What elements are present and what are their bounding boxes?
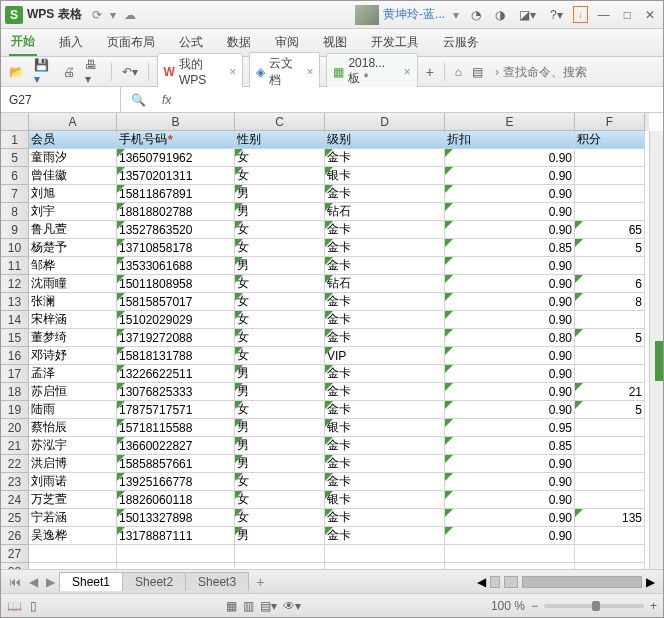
cell-E17[interactable]: 0.90: [445, 365, 575, 383]
menu-云服务[interactable]: 云服务: [441, 30, 481, 55]
cell-C19[interactable]: 女: [235, 401, 325, 419]
col-header-A[interactable]: A: [29, 113, 117, 131]
zoom-out-button[interactable]: −: [531, 599, 538, 613]
cell-A17[interactable]: 孟泽: [29, 365, 117, 383]
cell-A26[interactable]: 吴逸桦: [29, 527, 117, 545]
new-tab-button[interactable]: +: [424, 64, 436, 80]
cell-A7[interactable]: 刘旭: [29, 185, 117, 203]
menu-开发工具[interactable]: 开发工具: [369, 30, 421, 55]
cell-C14[interactable]: 女: [235, 311, 325, 329]
cell-C28[interactable]: [235, 563, 325, 569]
row-header-22[interactable]: 22: [1, 455, 29, 473]
cell-F20[interactable]: [575, 419, 645, 437]
col-header-F[interactable]: F: [575, 113, 645, 131]
undo-icon[interactable]: ↶▾: [120, 65, 140, 79]
cell-E27[interactable]: [445, 545, 575, 563]
view-normal-icon[interactable]: ▦: [226, 599, 237, 613]
cell-C16[interactable]: 女: [235, 347, 325, 365]
cell-A6[interactable]: 曾佳徽: [29, 167, 117, 185]
cell-A12[interactable]: 沈雨瞳: [29, 275, 117, 293]
view-page-icon[interactable]: ▥: [243, 599, 254, 613]
cell-A28[interactable]: [29, 563, 117, 569]
cell-reference[interactable]: G27: [1, 87, 121, 112]
cell-B26[interactable]: 13178887111: [117, 527, 235, 545]
cell-D23[interactable]: 金卡: [325, 473, 445, 491]
menu-页面布局[interactable]: 页面布局: [105, 30, 157, 55]
cell-C11[interactable]: 男: [235, 257, 325, 275]
cell-D17[interactable]: 金卡: [325, 365, 445, 383]
cell-A20[interactable]: 蔡怡辰: [29, 419, 117, 437]
tablet-icon[interactable]: ▯: [30, 599, 37, 613]
cell-D8[interactable]: 钻石: [325, 203, 445, 221]
row-header-23[interactable]: 23: [1, 473, 29, 491]
sheet-tab-Sheet3[interactable]: Sheet3: [185, 572, 249, 591]
cell-D6[interactable]: 银卡: [325, 167, 445, 185]
cell-B14[interactable]: 15102029029: [117, 311, 235, 329]
row-header-5[interactable]: 5: [1, 149, 29, 167]
cell-D25[interactable]: 金卡: [325, 509, 445, 527]
cell-C17[interactable]: 男: [235, 365, 325, 383]
cell-F12[interactable]: 6: [575, 275, 645, 293]
print-icon[interactable]: 🖨: [61, 65, 77, 79]
cell-E6[interactable]: 0.90: [445, 167, 575, 185]
cell-F17[interactable]: [575, 365, 645, 383]
help-icon[interactable]: ?▾: [546, 6, 567, 24]
dropdown-icon[interactable]: ▾: [110, 8, 116, 22]
cell-B27[interactable]: [117, 545, 235, 563]
cell-A18[interactable]: 苏启恒: [29, 383, 117, 401]
cell-C24[interactable]: 女: [235, 491, 325, 509]
cell-E9[interactable]: 0.90: [445, 221, 575, 239]
col-header-D[interactable]: D: [325, 113, 445, 131]
cell-C27[interactable]: [235, 545, 325, 563]
cell-D19[interactable]: 金卡: [325, 401, 445, 419]
cell-D28[interactable]: [325, 563, 445, 569]
cell-E24[interactable]: 0.90: [445, 491, 575, 509]
app-icon-1[interactable]: ◔: [467, 6, 485, 24]
fx-search-icon[interactable]: 🔍: [121, 93, 156, 107]
sheet-nav-prev-icon[interactable]: ◀: [25, 575, 42, 589]
menu-插入[interactable]: 插入: [57, 30, 85, 55]
cell-C15[interactable]: 女: [235, 329, 325, 347]
cell-D14[interactable]: 金卡: [325, 311, 445, 329]
cell-B9[interactable]: 13527863520: [117, 221, 235, 239]
menu-数据[interactable]: 数据: [225, 30, 253, 55]
cell-F11[interactable]: [575, 257, 645, 275]
download-icon[interactable]: ↓: [573, 6, 588, 23]
cell-A11[interactable]: 邹桦: [29, 257, 117, 275]
cell-E11[interactable]: 0.90: [445, 257, 575, 275]
cell-B12[interactable]: 15011808958: [117, 275, 235, 293]
cell-C26[interactable]: 男: [235, 527, 325, 545]
tab-cloud[interactable]: ◈云文档×: [249, 52, 320, 92]
cell-C6[interactable]: 女: [235, 167, 325, 185]
sync-icon[interactable]: ⟳: [92, 8, 102, 22]
row-header-15[interactable]: 15: [1, 329, 29, 347]
cell-A5[interactable]: 童雨汐: [29, 149, 117, 167]
cell-F1[interactable]: 积分: [575, 131, 645, 149]
cell-B24[interactable]: 18826060118: [117, 491, 235, 509]
cell-E16[interactable]: 0.90: [445, 347, 575, 365]
view-break-icon[interactable]: ▤▾: [260, 599, 277, 613]
cell-A24[interactable]: 万芝萱: [29, 491, 117, 509]
cell-A22[interactable]: 洪启博: [29, 455, 117, 473]
sheet-nav-next-icon[interactable]: ▶: [42, 575, 59, 589]
cell-B28[interactable]: [117, 563, 235, 569]
row-header-7[interactable]: 7: [1, 185, 29, 203]
cell-F15[interactable]: 5: [575, 329, 645, 347]
menu-开始[interactable]: 开始: [9, 29, 37, 56]
cell-E10[interactable]: 0.85: [445, 239, 575, 257]
cell-C22[interactable]: 男: [235, 455, 325, 473]
zoom-label[interactable]: 100 %: [491, 599, 525, 613]
row-header-10[interactable]: 10: [1, 239, 29, 257]
cell-A1[interactable]: 会员: [29, 131, 117, 149]
cell-A25[interactable]: 宁若涵: [29, 509, 117, 527]
cell-E23[interactable]: 0.90: [445, 473, 575, 491]
cell-F8[interactable]: [575, 203, 645, 221]
maximize-button[interactable]: □: [620, 6, 635, 24]
row-header-17[interactable]: 17: [1, 365, 29, 383]
cell-F26[interactable]: [575, 527, 645, 545]
cell-D5[interactable]: 金卡: [325, 149, 445, 167]
cell-E18[interactable]: 0.90: [445, 383, 575, 401]
cell-C9[interactable]: 女: [235, 221, 325, 239]
menu-公式[interactable]: 公式: [177, 30, 205, 55]
cell-F22[interactable]: [575, 455, 645, 473]
